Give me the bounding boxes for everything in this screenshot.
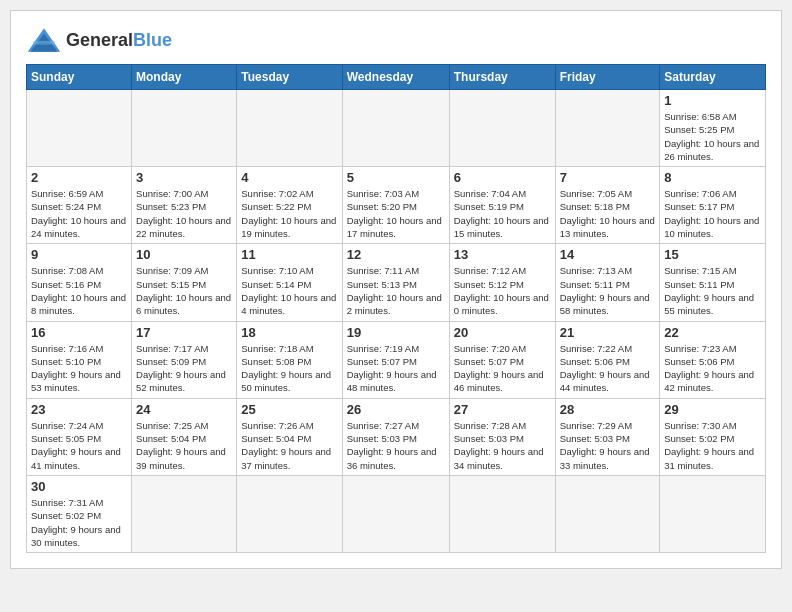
day-number: 25: [241, 402, 337, 417]
day-info: Sunrise: 7:11 AM Sunset: 5:13 PM Dayligh…: [347, 264, 445, 317]
day-number: 16: [31, 325, 127, 340]
calendar-cell: [449, 90, 555, 167]
calendar-cell: [342, 90, 449, 167]
day-info: Sunrise: 7:12 AM Sunset: 5:12 PM Dayligh…: [454, 264, 551, 317]
calendar-cell: 23Sunrise: 7:24 AM Sunset: 5:05 PM Dayli…: [27, 398, 132, 475]
calendar-cell: 18Sunrise: 7:18 AM Sunset: 5:08 PM Dayli…: [237, 321, 342, 398]
day-number: 15: [664, 247, 761, 262]
day-info: Sunrise: 7:17 AM Sunset: 5:09 PM Dayligh…: [136, 342, 232, 395]
calendar-cell: 12Sunrise: 7:11 AM Sunset: 5:13 PM Dayli…: [342, 244, 449, 321]
week-row-4: 23Sunrise: 7:24 AM Sunset: 5:05 PM Dayli…: [27, 398, 766, 475]
day-number: 20: [454, 325, 551, 340]
calendar-cell: 17Sunrise: 7:17 AM Sunset: 5:09 PM Dayli…: [132, 321, 237, 398]
calendar-cell: 19Sunrise: 7:19 AM Sunset: 5:07 PM Dayli…: [342, 321, 449, 398]
calendar-cell: 3Sunrise: 7:00 AM Sunset: 5:23 PM Daylig…: [132, 167, 237, 244]
day-number: 28: [560, 402, 656, 417]
calendar-cell: 1Sunrise: 6:58 AM Sunset: 5:25 PM Daylig…: [660, 90, 766, 167]
day-number: 3: [136, 170, 232, 185]
day-number: 24: [136, 402, 232, 417]
header: GeneralBlue: [26, 26, 766, 54]
calendar-cell: [132, 475, 237, 552]
calendar-cell: 11Sunrise: 7:10 AM Sunset: 5:14 PM Dayli…: [237, 244, 342, 321]
day-number: 9: [31, 247, 127, 262]
calendar-cell: 16Sunrise: 7:16 AM Sunset: 5:10 PM Dayli…: [27, 321, 132, 398]
day-number: 27: [454, 402, 551, 417]
weekday-header-tuesday: Tuesday: [237, 65, 342, 90]
logo-icon: [26, 26, 62, 54]
weekday-header-row: SundayMondayTuesdayWednesdayThursdayFrid…: [27, 65, 766, 90]
day-number: 30: [31, 479, 127, 494]
calendar-cell: 21Sunrise: 7:22 AM Sunset: 5:06 PM Dayli…: [555, 321, 660, 398]
calendar-cell: [555, 475, 660, 552]
calendar-cell: 6Sunrise: 7:04 AM Sunset: 5:19 PM Daylig…: [449, 167, 555, 244]
calendar-cell: 26Sunrise: 7:27 AM Sunset: 5:03 PM Dayli…: [342, 398, 449, 475]
weekday-header-thursday: Thursday: [449, 65, 555, 90]
calendar-cell: 22Sunrise: 7:23 AM Sunset: 5:06 PM Dayli…: [660, 321, 766, 398]
weekday-header-friday: Friday: [555, 65, 660, 90]
week-row-2: 9Sunrise: 7:08 AM Sunset: 5:16 PM Daylig…: [27, 244, 766, 321]
page: GeneralBlue SundayMondayTuesdayWednesday…: [10, 10, 782, 569]
day-info: Sunrise: 7:04 AM Sunset: 5:19 PM Dayligh…: [454, 187, 551, 240]
day-info: Sunrise: 7:03 AM Sunset: 5:20 PM Dayligh…: [347, 187, 445, 240]
calendar-cell: 5Sunrise: 7:03 AM Sunset: 5:20 PM Daylig…: [342, 167, 449, 244]
weekday-header-monday: Monday: [132, 65, 237, 90]
day-number: 4: [241, 170, 337, 185]
calendar-cell: [237, 475, 342, 552]
calendar: SundayMondayTuesdayWednesdayThursdayFrid…: [26, 64, 766, 553]
day-info: Sunrise: 7:30 AM Sunset: 5:02 PM Dayligh…: [664, 419, 761, 472]
calendar-cell: [27, 90, 132, 167]
week-row-3: 16Sunrise: 7:16 AM Sunset: 5:10 PM Dayli…: [27, 321, 766, 398]
day-number: 18: [241, 325, 337, 340]
day-info: Sunrise: 7:00 AM Sunset: 5:23 PM Dayligh…: [136, 187, 232, 240]
day-number: 17: [136, 325, 232, 340]
day-number: 22: [664, 325, 761, 340]
week-row-1: 2Sunrise: 6:59 AM Sunset: 5:24 PM Daylig…: [27, 167, 766, 244]
calendar-cell: [342, 475, 449, 552]
day-info: Sunrise: 7:27 AM Sunset: 5:03 PM Dayligh…: [347, 419, 445, 472]
calendar-cell: 24Sunrise: 7:25 AM Sunset: 5:04 PM Dayli…: [132, 398, 237, 475]
day-number: 13: [454, 247, 551, 262]
day-info: Sunrise: 7:08 AM Sunset: 5:16 PM Dayligh…: [31, 264, 127, 317]
day-number: 5: [347, 170, 445, 185]
day-info: Sunrise: 7:13 AM Sunset: 5:11 PM Dayligh…: [560, 264, 656, 317]
day-info: Sunrise: 7:26 AM Sunset: 5:04 PM Dayligh…: [241, 419, 337, 472]
calendar-cell: 20Sunrise: 7:20 AM Sunset: 5:07 PM Dayli…: [449, 321, 555, 398]
day-number: 10: [136, 247, 232, 262]
svg-rect-2: [33, 41, 55, 45]
day-number: 1: [664, 93, 761, 108]
day-info: Sunrise: 7:16 AM Sunset: 5:10 PM Dayligh…: [31, 342, 127, 395]
day-info: Sunrise: 7:06 AM Sunset: 5:17 PM Dayligh…: [664, 187, 761, 240]
day-info: Sunrise: 7:18 AM Sunset: 5:08 PM Dayligh…: [241, 342, 337, 395]
day-info: Sunrise: 7:10 AM Sunset: 5:14 PM Dayligh…: [241, 264, 337, 317]
weekday-header-wednesday: Wednesday: [342, 65, 449, 90]
calendar-cell: 25Sunrise: 7:26 AM Sunset: 5:04 PM Dayli…: [237, 398, 342, 475]
day-number: 19: [347, 325, 445, 340]
day-info: Sunrise: 6:58 AM Sunset: 5:25 PM Dayligh…: [664, 110, 761, 163]
calendar-cell: 27Sunrise: 7:28 AM Sunset: 5:03 PM Dayli…: [449, 398, 555, 475]
week-row-5: 30Sunrise: 7:31 AM Sunset: 5:02 PM Dayli…: [27, 475, 766, 552]
logo: GeneralBlue: [26, 26, 172, 54]
calendar-cell: 28Sunrise: 7:29 AM Sunset: 5:03 PM Dayli…: [555, 398, 660, 475]
day-number: 11: [241, 247, 337, 262]
day-number: 8: [664, 170, 761, 185]
calendar-cell: 2Sunrise: 6:59 AM Sunset: 5:24 PM Daylig…: [27, 167, 132, 244]
day-info: Sunrise: 7:09 AM Sunset: 5:15 PM Dayligh…: [136, 264, 232, 317]
calendar-cell: 14Sunrise: 7:13 AM Sunset: 5:11 PM Dayli…: [555, 244, 660, 321]
weekday-header-saturday: Saturday: [660, 65, 766, 90]
logo-text: GeneralBlue: [66, 30, 172, 51]
day-info: Sunrise: 7:19 AM Sunset: 5:07 PM Dayligh…: [347, 342, 445, 395]
day-number: 29: [664, 402, 761, 417]
day-number: 26: [347, 402, 445, 417]
day-info: Sunrise: 7:29 AM Sunset: 5:03 PM Dayligh…: [560, 419, 656, 472]
day-info: Sunrise: 7:25 AM Sunset: 5:04 PM Dayligh…: [136, 419, 232, 472]
day-number: 14: [560, 247, 656, 262]
day-info: Sunrise: 7:20 AM Sunset: 5:07 PM Dayligh…: [454, 342, 551, 395]
day-info: Sunrise: 7:02 AM Sunset: 5:22 PM Dayligh…: [241, 187, 337, 240]
day-info: Sunrise: 7:23 AM Sunset: 5:06 PM Dayligh…: [664, 342, 761, 395]
calendar-cell: 10Sunrise: 7:09 AM Sunset: 5:15 PM Dayli…: [132, 244, 237, 321]
calendar-cell: 7Sunrise: 7:05 AM Sunset: 5:18 PM Daylig…: [555, 167, 660, 244]
calendar-cell: 9Sunrise: 7:08 AM Sunset: 5:16 PM Daylig…: [27, 244, 132, 321]
day-number: 2: [31, 170, 127, 185]
week-row-0: 1Sunrise: 6:58 AM Sunset: 5:25 PM Daylig…: [27, 90, 766, 167]
day-number: 12: [347, 247, 445, 262]
